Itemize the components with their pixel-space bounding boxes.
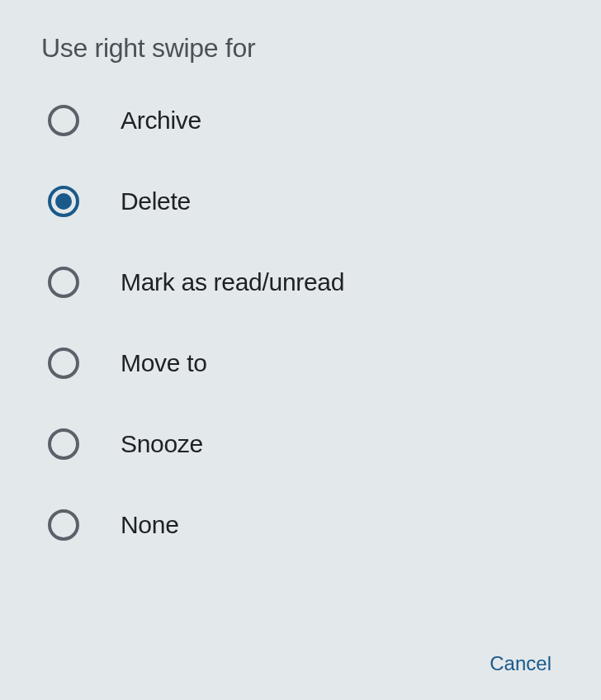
option-archive[interactable]: Archive (48, 105, 560, 136)
option-snooze[interactable]: Snooze (48, 428, 560, 460)
option-label: None (121, 511, 179, 539)
option-label: Delete (121, 187, 191, 215)
cancel-button[interactable]: Cancel (490, 652, 551, 675)
option-label: Archive (121, 106, 201, 135)
option-delete[interactable]: Delete (48, 186, 560, 217)
radio-icon (48, 348, 79, 379)
option-label: Move to (121, 349, 207, 377)
dialog-title: Use right swipe for (41, 33, 560, 64)
radio-options-list: Archive Delete Mark as read/unread Move … (41, 105, 560, 541)
radio-icon (48, 428, 79, 460)
radio-icon (48, 267, 79, 298)
option-none[interactable]: None (48, 509, 560, 541)
option-label: Snooze (121, 430, 203, 458)
option-mark-read-unread[interactable]: Mark as read/unread (48, 267, 560, 298)
option-label: Mark as read/unread (121, 268, 344, 296)
radio-icon (48, 105, 79, 136)
radio-inner-dot (55, 193, 72, 210)
radio-icon-selected (48, 186, 79, 217)
option-move-to[interactable]: Move to (48, 348, 560, 379)
radio-icon (48, 509, 79, 541)
